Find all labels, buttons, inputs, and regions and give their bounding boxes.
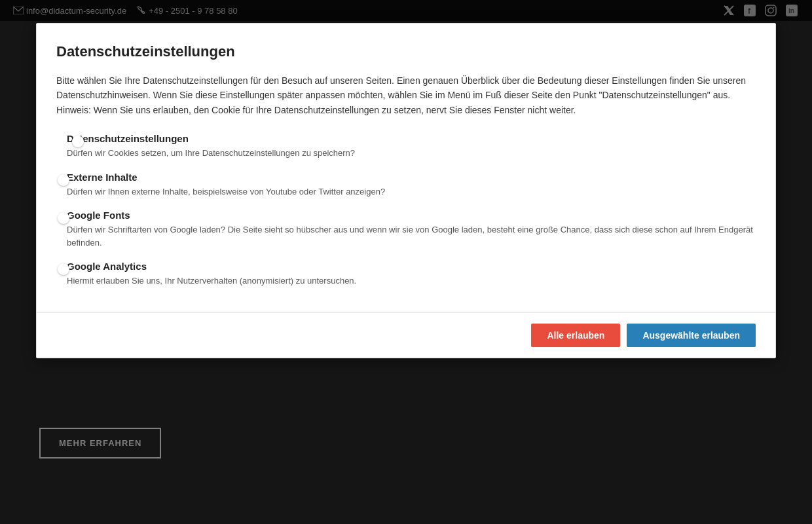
setting-desc-fonts: Dürfen wir Schriftarten von Google laden… bbox=[67, 223, 756, 249]
setting-text-datenschutz: Datenschutzeinstellungen Dürfen wir Cook… bbox=[67, 133, 756, 160]
modal-footer: Alle erlauben Ausgewählte erlauben bbox=[37, 312, 775, 358]
setting-label-analytics: Google Analytics bbox=[67, 261, 756, 272]
modal-title: Datenschutzeinstellungen bbox=[56, 43, 756, 60]
modal-description: Bitte wählen Sie Ihre Datenschutzeinstel… bbox=[56, 73, 756, 117]
setting-row-fonts: Google Fonts Dürfen wir Schriftarten von… bbox=[56, 210, 756, 249]
setting-row-analytics: Google Analytics Hiermit erlauben Sie un… bbox=[56, 261, 756, 288]
allow-all-button[interactable]: Alle erlauben bbox=[531, 324, 620, 347]
toggle-thumb bbox=[58, 174, 69, 186]
setting-desc-datenschutz: Dürfen wir Cookies setzen, um Ihre Daten… bbox=[67, 147, 756, 160]
modal-body: Datenschutzeinstellungen Bitte wählen Si… bbox=[37, 24, 775, 312]
modal-backdrop: Datenschutzeinstellungen Bitte wählen Si… bbox=[0, 0, 812, 524]
setting-label-externe: Externe Inhalte bbox=[67, 172, 756, 183]
privacy-modal: Datenschutzeinstellungen Bitte wählen Si… bbox=[36, 23, 776, 358]
setting-desc-externe: Dürfen wir Ihnen externe Inhalte, beispi… bbox=[67, 185, 756, 198]
setting-desc-analytics: Hiermit erlauben Sie uns, Ihr Nutzerverh… bbox=[67, 274, 756, 288]
setting-text-fonts: Google Fonts Dürfen wir Schriftarten von… bbox=[67, 210, 756, 249]
allow-selected-button[interactable]: Ausgewählte erlauben bbox=[627, 324, 756, 347]
setting-label-datenschutz: Datenschutzeinstellungen bbox=[67, 133, 756, 144]
setting-text-analytics: Google Analytics Hiermit erlauben Sie un… bbox=[67, 261, 756, 288]
setting-row-externe: Externe Inhalte Dürfen wir Ihnen externe… bbox=[56, 172, 756, 198]
setting-text-externe: Externe Inhalte Dürfen wir Ihnen externe… bbox=[67, 172, 756, 198]
setting-row-datenschutz: Datenschutzeinstellungen Dürfen wir Cook… bbox=[56, 133, 756, 160]
setting-label-fonts: Google Fonts bbox=[67, 210, 756, 221]
